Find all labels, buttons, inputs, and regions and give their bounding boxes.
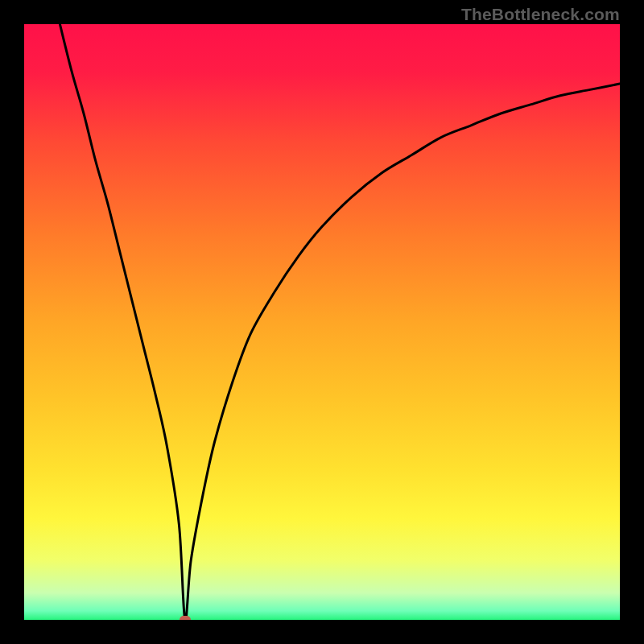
bottleneck-curve — [24, 24, 620, 620]
plot-area — [24, 24, 620, 620]
chart-frame: TheBottleneck.com — [0, 0, 644, 644]
minimum-marker — [180, 616, 191, 620]
watermark-text: TheBottleneck.com — [461, 5, 620, 24]
